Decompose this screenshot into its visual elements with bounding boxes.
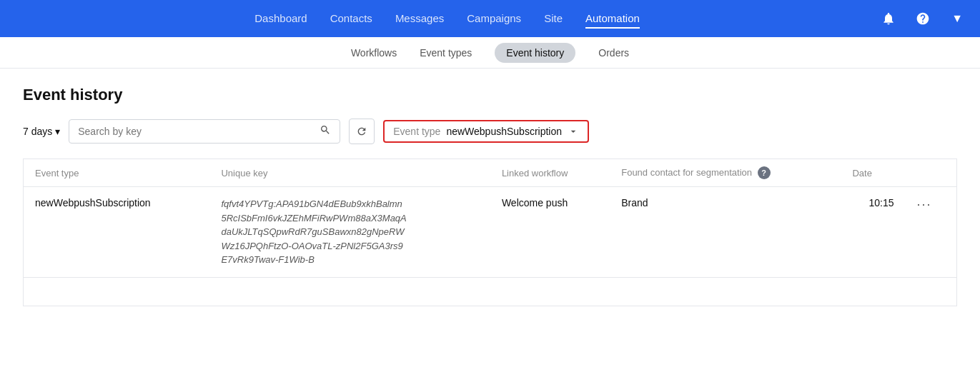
search-icon[interactable]: [320, 124, 331, 139]
table-row: newWebpushSubscription fqfvt4YPVTg:APA91…: [24, 187, 957, 278]
nav-messages[interactable]: Messages: [395, 9, 444, 29]
col-header-date: Date: [841, 159, 905, 187]
refresh-button[interactable]: [349, 119, 375, 144]
notifications-bell-icon[interactable]: [877, 7, 900, 30]
event-type-filter-label: Event type: [393, 126, 440, 137]
search-box: [69, 119, 340, 144]
nav-icons: ▼: [877, 7, 963, 30]
sub-nav-event-history[interactable]: Event history: [495, 43, 575, 63]
sub-navigation: Workflows Event types Event history Orde…: [0, 37, 980, 69]
event-history-table: Event type Unique key Linked workflow Fo…: [23, 159, 957, 306]
nav-links: Dashboard Contacts Messages Campaigns Si…: [17, 9, 877, 29]
col-header-event-type: Event type: [24, 159, 210, 187]
cell-date: 10:15: [841, 187, 905, 278]
days-selector[interactable]: 7 days ▾: [23, 126, 60, 137]
col-header-found-contact: Found contact for segmentation ?: [610, 159, 841, 187]
col-header-unique-key: Unique key: [209, 159, 490, 187]
filter-row: 7 days ▾ Event type newWebpushSubscripti…: [23, 119, 957, 144]
top-navigation: Dashboard Contacts Messages Campaigns Si…: [0, 0, 980, 37]
nav-campaigns[interactable]: Campaigns: [467, 9, 521, 29]
col-header-linked-workflow: Linked workflow: [490, 159, 610, 187]
nav-contacts[interactable]: Contacts: [330, 9, 372, 29]
table-header-row: Event type Unique key Linked workflow Fo…: [24, 159, 957, 187]
col-header-actions: [906, 159, 957, 187]
nav-dashboard[interactable]: Dashboard: [254, 9, 307, 29]
event-type-filter[interactable]: Event type newWebpushSubscription: [383, 120, 589, 143]
search-input[interactable]: [78, 126, 314, 137]
main-content: Event history 7 days ▾ Event type newWeb…: [0, 69, 980, 323]
cell-unique-key: fqfvt4YPVTg:APA91bGN4dEBub9xkhBalmn5RcIS…: [209, 187, 490, 278]
sub-nav-workflows[interactable]: Workflows: [351, 40, 397, 66]
days-chevron-icon: ▾: [55, 126, 60, 137]
sub-nav-orders[interactable]: Orders: [598, 40, 629, 66]
help-circle-icon[interactable]: [911, 7, 934, 30]
days-label: 7 days: [23, 126, 52, 137]
table-empty-row: [24, 277, 957, 306]
cell-linked-workflow: Welcome push: [490, 187, 610, 278]
nav-chevron-icon[interactable]: ▼: [951, 12, 963, 25]
cell-actions: ···: [906, 187, 957, 278]
event-type-chevron-icon: [568, 126, 579, 137]
row-more-options-button[interactable]: ···: [917, 197, 932, 212]
nav-automation[interactable]: Automation: [585, 9, 640, 29]
event-type-filter-value: newWebpushSubscription: [446, 126, 562, 137]
cell-event-type: newWebpushSubscription: [24, 187, 210, 278]
cell-found-contact: Brand: [610, 187, 841, 278]
nav-site[interactable]: Site: [544, 9, 563, 29]
sub-nav-event-types[interactable]: Event types: [420, 40, 472, 66]
page-title: Event history: [23, 86, 957, 104]
found-contact-help-icon[interactable]: ?: [758, 166, 771, 179]
